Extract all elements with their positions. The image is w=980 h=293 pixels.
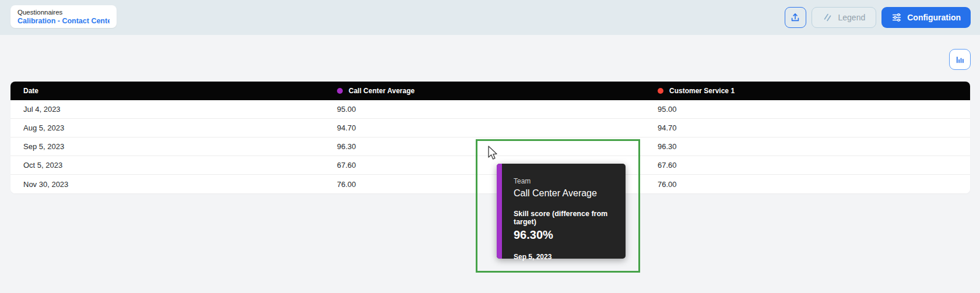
configuration-sliders-icon (891, 12, 902, 23)
series-dot-customer-service-1 (658, 88, 663, 94)
table-row[interactable]: Aug 5, 2023 94.70 94.70 (10, 119, 970, 137)
tooltip-color-bar (497, 164, 502, 259)
cell-date: Nov 30, 2023 (10, 175, 324, 193)
table-row[interactable]: Nov 30, 2023 76.00 76.00 (10, 175, 970, 193)
series-dot-call-center-average (337, 88, 343, 94)
breadcrumb: Questionnaires Calibration - Contact Cen… (10, 5, 117, 28)
legend-hatch-icon (823, 12, 833, 23)
tooltip-team-name: Call Center Average (514, 188, 620, 199)
table-body: Jul 4, 2023 95.00 95.00 Aug 5, 2023 94.7… (10, 100, 970, 193)
column-header-label: Date (23, 87, 38, 95)
cell-customer-service-1: 94.70 (645, 119, 970, 137)
cell-date: Sep 5, 2023 (10, 137, 324, 156)
column-header-label: Call Center Average (349, 87, 415, 95)
legend-button-label: Legend (838, 13, 866, 22)
breadcrumb-section: Questionnaires (17, 9, 110, 16)
table-header: Date Call Center Average Customer Servic… (10, 82, 970, 100)
column-header-call-center-average: Call Center Average (324, 82, 645, 100)
cell-date: Oct 5, 2023 (10, 156, 324, 174)
toolbar-actions: Legend Configuration (785, 7, 971, 28)
cell-customer-service-1: 76.00 (645, 175, 970, 193)
series-tooltip: Team Call Center Average Skill score (di… (497, 164, 626, 259)
cell-call-center-average: 96.30 (324, 137, 645, 156)
cell-customer-service-1: 95.00 (645, 100, 970, 118)
top-bar: Questionnaires Calibration - Contact Cen… (0, 0, 980, 35)
export-button[interactable] (785, 7, 806, 28)
cell-customer-service-1: 67.60 (645, 156, 970, 174)
column-header-customer-service-1: Customer Service 1 (645, 82, 970, 100)
configuration-button-label: Configuration (907, 13, 961, 22)
tooltip-content: Team Call Center Average Skill score (di… (497, 164, 626, 261)
cell-date: Jul 4, 2023 (10, 100, 324, 118)
table-row[interactable]: Sep 5, 2023 96.30 96.30 (10, 137, 970, 156)
tooltip-team-label: Team (514, 177, 620, 185)
cell-call-center-average: 94.70 (324, 119, 645, 137)
cell-customer-service-1: 96.30 (645, 137, 970, 156)
column-header-label: Customer Service 1 (669, 87, 735, 95)
tooltip-date: Sep 5, 2023 (514, 253, 620, 261)
legend-button[interactable]: Legend (812, 7, 877, 28)
bar-chart-icon (955, 54, 965, 65)
tooltip-metric-value: 96.30% (514, 228, 620, 242)
data-table: Date Call Center Average Customer Servic… (10, 82, 970, 193)
table-row[interactable]: Oct 5, 2023 67.60 67.60 (10, 156, 970, 175)
breadcrumb-current-link[interactable]: Calibration - Contact Cente... (17, 17, 110, 25)
table-row[interactable]: Jul 4, 2023 95.00 95.00 (10, 100, 970, 119)
configuration-button[interactable]: Configuration (881, 7, 971, 28)
tooltip-metric-label: Skill score (difference from target) (514, 210, 620, 226)
export-icon (789, 12, 801, 23)
cell-date: Aug 5, 2023 (10, 119, 324, 137)
column-header-date: Date (10, 82, 324, 100)
cell-call-center-average: 95.00 (324, 100, 645, 118)
chart-view-toggle-button[interactable] (949, 49, 971, 70)
